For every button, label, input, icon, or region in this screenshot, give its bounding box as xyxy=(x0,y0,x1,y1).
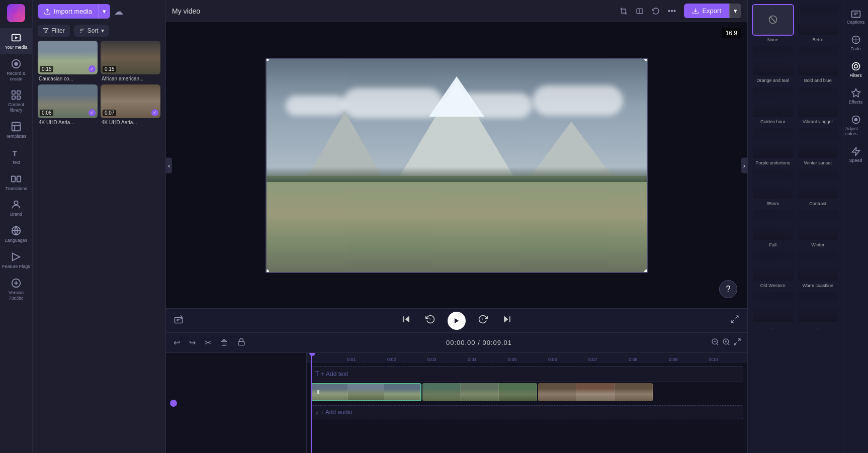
collapse-left-button[interactable]: ‹ xyxy=(166,157,172,173)
skip-back-button[interactable] xyxy=(399,312,413,329)
ruler-mark: 0:09 xyxy=(669,353,678,363)
redo-button[interactable]: ↪ xyxy=(188,336,197,349)
filter-item-old-western[interactable]: Old Western xyxy=(752,250,794,289)
right-sidebar-item-filters[interactable]: Filters xyxy=(843,57,868,82)
filter-label-35mm: 35mm xyxy=(752,201,794,206)
media-item[interactable]: 0:15 ✓ Caucasian co... xyxy=(38,41,98,81)
play-button[interactable] xyxy=(448,312,466,330)
timeline-playhead-line xyxy=(311,353,312,453)
filter-item-35mm[interactable]: 35mm xyxy=(752,168,794,207)
sidebar-item-transitions[interactable]: Transitions xyxy=(0,169,32,196)
export-icon xyxy=(692,8,699,15)
filter-thumb-extra1 xyxy=(752,291,794,323)
zoom-out-button[interactable] xyxy=(711,338,719,348)
media-thumb-2[interactable]: 0:15 xyxy=(101,41,160,74)
zoom-in-button[interactable] xyxy=(722,338,730,348)
sidebar-item-templates[interactable]: Templates xyxy=(0,117,32,143)
filter-item-extra1[interactable]: ... xyxy=(752,291,794,329)
filter-item-fall[interactable]: Fall xyxy=(752,209,794,247)
export-button[interactable]: Export xyxy=(684,4,729,18)
filter-item-none[interactable]: None xyxy=(752,4,794,42)
export-dropdown-button[interactable]: ▾ xyxy=(729,4,741,18)
crop-tool-button[interactable] xyxy=(618,5,630,17)
media-thumb-1[interactable]: 0:15 ✓ xyxy=(38,41,98,74)
import-media-button[interactable]: Import media xyxy=(38,4,98,19)
filter-item-winter[interactable]: Winter xyxy=(797,209,839,247)
sidebar-item-brand[interactable]: Brand xyxy=(0,195,32,221)
effects-panel: NoneRetroOrange and tealBold and blueGol… xyxy=(747,0,843,453)
forward-5s-button[interactable]: 5 xyxy=(476,312,490,329)
video-clip-1[interactable]: ⏸ xyxy=(311,383,421,401)
video-clip-2[interactable] xyxy=(422,383,537,401)
filter-label-contrast: Contrast xyxy=(797,201,839,206)
sidebar-item-feature-flags[interactable]: Feature Flags xyxy=(0,247,32,274)
help-button[interactable]: ? xyxy=(719,280,737,298)
filter-item-retro[interactable]: Retro xyxy=(797,4,839,42)
right-sidebar-item-fade[interactable]: Fade xyxy=(843,31,868,55)
sidebar-item-languages[interactable]: Languages xyxy=(0,221,32,247)
media-item[interactable]: 0:07 ✓ 4K UHD Aeria... xyxy=(101,84,160,125)
media-thumb-3[interactable]: 0:08 ✓ xyxy=(38,84,98,118)
playhead-dot[interactable] xyxy=(170,400,177,407)
filter-label-extra2: ... xyxy=(797,324,839,329)
filter-item-warm-coastline[interactable]: Warm coastline xyxy=(797,250,839,289)
delete-button[interactable]: 🗑 xyxy=(219,337,230,349)
svg-marker-21 xyxy=(43,29,48,33)
filter-item-winter-sunset[interactable]: Winter sunset xyxy=(797,127,839,165)
corner-handle-br[interactable] xyxy=(644,269,648,273)
filter-item-vibrant-vlogger[interactable]: Vibrant vlogger xyxy=(797,86,839,124)
sort-button[interactable]: Sort ▾ xyxy=(74,25,109,37)
video-clip-3[interactable] xyxy=(538,383,653,401)
cloud-icon[interactable]: ☁ xyxy=(114,6,123,17)
right-sidebar-item-speed[interactable]: Speed xyxy=(843,142,868,167)
right-sidebar-item-effects[interactable]: Effects xyxy=(843,84,868,109)
rewind-5s-button[interactable]: 5 xyxy=(423,312,438,329)
project-title[interactable]: My video xyxy=(172,7,200,15)
app-logo[interactable] xyxy=(7,4,25,22)
cut-button[interactable]: ✂ xyxy=(203,336,213,349)
aspect-ratio-badge[interactable]: 16:9 xyxy=(722,28,741,38)
right-sidebar-item-adjust[interactable]: Adjust colors xyxy=(843,111,868,140)
sidebar-item-version[interactable]: Version 73c3bc xyxy=(0,274,32,305)
filter-button[interactable]: Filter xyxy=(38,25,70,37)
import-media-dropdown-button[interactable]: ▾ xyxy=(98,4,110,19)
add-text-button[interactable]: T + Add text xyxy=(311,366,743,382)
collapse-right-button[interactable]: › xyxy=(741,157,747,173)
svg-marker-28 xyxy=(405,316,409,322)
filter-label-purple-undertone: Purple undertone xyxy=(752,160,794,165)
fullscreen-button[interactable] xyxy=(730,315,739,326)
media-item[interactable]: 0:15 African american... xyxy=(101,41,160,81)
filter-grid: NoneRetroOrange and tealBold and blueGol… xyxy=(748,0,843,333)
sidebar-item-content-library[interactable]: Content library xyxy=(0,85,32,117)
rotate-tool-button[interactable] xyxy=(650,5,662,17)
skip-forward-button[interactable] xyxy=(500,312,514,329)
svg-line-45 xyxy=(738,339,740,341)
subtitle-button[interactable] xyxy=(174,315,183,326)
media-item[interactable]: 0:08 ✓ 4K UHD Aeria... xyxy=(38,84,98,125)
svg-rect-13 xyxy=(12,176,15,182)
filter-item-bold-blue[interactable]: Bold and blue xyxy=(797,45,839,83)
right-sidebar-item-captions[interactable]: Captions xyxy=(843,4,868,29)
sort-icon xyxy=(79,28,85,34)
more-options-button[interactable]: ••• xyxy=(666,5,678,18)
filter-item-purple-undertone[interactable]: Purple undertone xyxy=(752,127,794,165)
add-audio-button[interactable]: ♪ + Add audio xyxy=(311,405,743,419)
corner-handle-tr[interactable] xyxy=(644,58,648,61)
filter-item-orange-teal[interactable]: Orange and teal xyxy=(752,45,794,83)
media-thumb-4[interactable]: 0:07 ✓ xyxy=(101,84,160,118)
filter-item-contrast[interactable]: Contrast xyxy=(797,168,839,207)
clip-frame xyxy=(461,383,499,401)
svg-line-48 xyxy=(770,17,776,23)
media-icon xyxy=(11,32,22,43)
play-icon xyxy=(453,317,460,324)
sidebar-item-your-media[interactable]: Your media xyxy=(0,28,32,54)
undo-button[interactable]: ↩ xyxy=(172,336,182,349)
lock-button[interactable] xyxy=(236,336,247,349)
filter-item-extra2[interactable]: ... xyxy=(797,291,839,329)
filter-item-golden-hour[interactable]: Golden hour xyxy=(752,86,794,124)
svg-text:5: 5 xyxy=(482,318,483,321)
sidebar-item-record-create[interactable]: Record & create xyxy=(0,54,32,86)
fit-timeline-button[interactable] xyxy=(733,338,741,348)
flip-tool-button[interactable] xyxy=(634,5,646,17)
sidebar-item-text[interactable]: T Text xyxy=(0,143,32,169)
